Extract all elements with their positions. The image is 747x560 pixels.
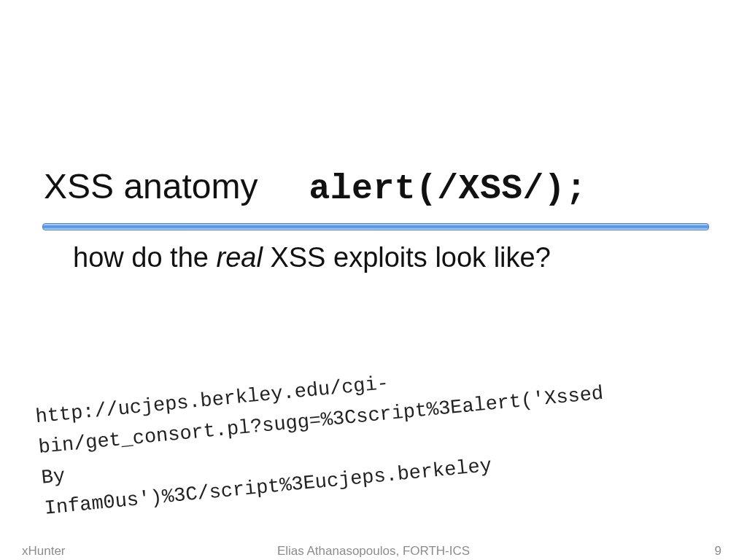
footer-center: Elias Athanasopoulos, FORTH-ICS [0,544,747,559]
slide: XSS anatomyalert(/XSS/); how do the real… [0,0,747,560]
example-url-block: http://ucjeps.berkley.edu/cgi- bin/get_c… [34,338,721,524]
slide-subtitle: how do the real XSS exploits look like? [73,242,551,273]
title-code-text: alert(/XSS/); [309,169,587,209]
title-divider [42,223,709,230]
slide-title: XSS anatomyalert(/XSS/); [44,166,587,209]
subtitle-post: XSS exploits look like? [263,242,551,273]
subtitle-pre: how do the [73,242,216,273]
title-plain-text: XSS anatomy [44,167,258,206]
subtitle-emph: real [216,242,262,273]
footer-page-number: 9 [715,544,721,559]
